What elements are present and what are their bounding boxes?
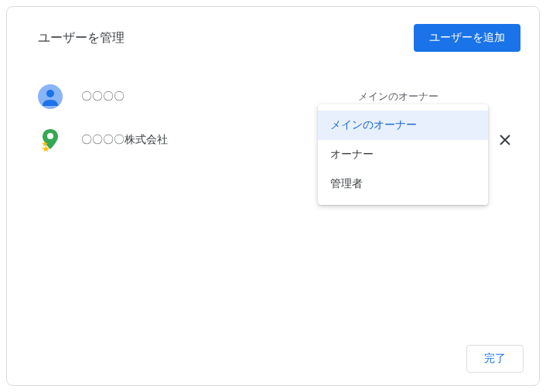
add-user-button[interactable]: ユーザーを追加 — [414, 24, 520, 52]
dialog-footer: 完了 — [466, 345, 524, 373]
done-button[interactable]: 完了 — [466, 345, 524, 373]
manage-users-dialog: ユーザーを管理 ユーザーを追加 〇〇〇〇 メインのオーナー — [6, 6, 540, 386]
role-option-manager[interactable]: 管理者 — [318, 169, 488, 199]
user-avatar — [38, 84, 63, 109]
role-dropdown-menu: メインのオーナー オーナー 管理者 — [318, 104, 488, 205]
role-option-primary-owner[interactable]: メインのオーナー — [318, 111, 488, 140]
svg-point-2 — [47, 133, 53, 139]
user-role-display[interactable]: メインのオーナー — [358, 90, 490, 104]
user-avatar — [38, 128, 63, 152]
svg-point-1 — [46, 90, 54, 97]
user-name: 〇〇〇〇株式会社 — [81, 133, 358, 147]
remove-user-button[interactable] — [490, 124, 520, 155]
close-icon — [499, 134, 511, 146]
location-star-icon — [39, 128, 61, 152]
user-name: 〇〇〇〇 — [81, 90, 358, 104]
dialog-title: ユーザーを管理 — [38, 30, 125, 46]
dialog-header: ユーザーを管理 ユーザーを追加 — [7, 7, 539, 60]
person-icon — [38, 84, 63, 109]
role-option-owner[interactable]: オーナー — [318, 140, 488, 169]
